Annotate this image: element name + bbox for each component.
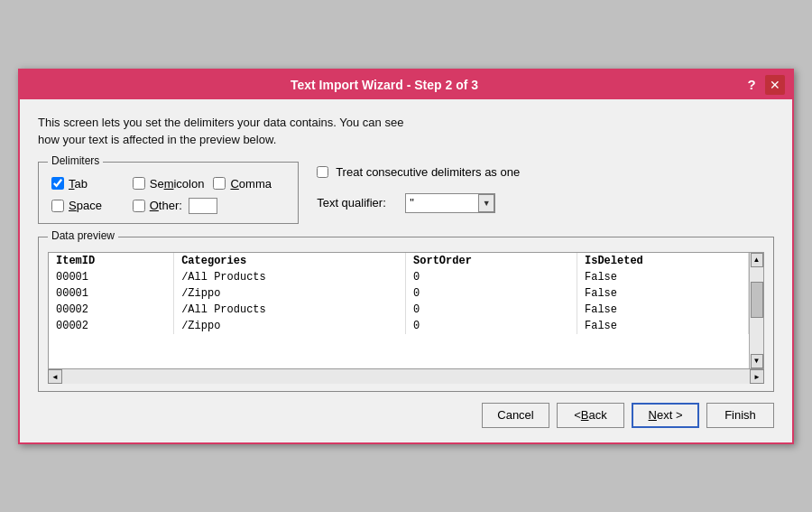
table-cell: False [577, 302, 749, 318]
preview-wrapper: ItemIDCategoriesSortOrderIsDeleted00001/… [48, 245, 764, 384]
finish-button[interactable]: Finish [706, 403, 774, 428]
table-row: 00001/All Products0False [49, 269, 749, 285]
table-cell: ItemID [49, 253, 174, 269]
data-preview-legend: Data preview [48, 229, 118, 242]
table-cell: 00001 [49, 269, 174, 285]
other-label: Other: [150, 199, 182, 212]
text-qualifier-label: Text qualifier: [317, 196, 398, 209]
description-line1: This screen lets you set the delimiters … [38, 114, 774, 132]
back-underline: B [581, 408, 589, 422]
comma-label: Comma [230, 177, 272, 191]
dropdown-arrow-icon[interactable]: ▼ [478, 194, 494, 212]
wizard-window: Text Import Wizard - Step 2 of 3 ? ✕ Thi… [18, 69, 794, 444]
semicolon-label: Semicolon [150, 177, 205, 191]
cancel-button[interactable]: Cancel [482, 403, 549, 428]
right-options: Treat consecutive delimiters as one Text… [317, 162, 774, 224]
text-qualifier-dropdown[interactable]: " ▼ [405, 193, 495, 213]
next-underline: N [649, 408, 657, 422]
table-cell: 0 [406, 318, 577, 334]
buttons-row: Cancel < Back Next > Finish [38, 403, 774, 432]
table-cell: False [577, 269, 749, 285]
title-controls: ? ✕ [742, 75, 785, 95]
table-cell: /All Products [174, 302, 406, 318]
table-cell: /All Products [174, 269, 406, 285]
delimiters-group: Delimiters Tab Semicolon Com [38, 162, 299, 224]
table-cell: 0 [406, 285, 577, 302]
text-qualifier-row: Text qualifier: " ▼ [317, 193, 774, 213]
consecutive-label[interactable]: Treat consecutive delimiters as one [336, 165, 520, 179]
table-row: 00001/Zippo0False [49, 285, 749, 302]
title-bar: Text Import Wizard - Step 2 of 3 ? ✕ [20, 70, 792, 99]
space-checkbox-label[interactable]: Space [51, 198, 124, 214]
scroll-down-arrow[interactable]: ▼ [751, 354, 763, 368]
window-title: Text Import Wizard - Step 2 of 3 [27, 78, 742, 92]
help-button[interactable]: ? [742, 75, 761, 95]
table-cell: IsDeleted [577, 253, 749, 269]
h-scroll-track[interactable] [62, 369, 750, 384]
comma-checkbox[interactable] [213, 177, 226, 190]
next-button[interactable]: Next > [632, 403, 699, 428]
table-cell: 00002 [49, 318, 174, 334]
table-cell: 00001 [49, 285, 174, 302]
scroll-right-arrow[interactable]: ► [750, 369, 764, 384]
comma-checkbox-label[interactable]: Comma [213, 177, 285, 191]
scroll-left-arrow[interactable]: ◄ [48, 369, 62, 384]
tab-checkbox-label[interactable]: Tab [51, 177, 124, 191]
consecutive-row: Treat consecutive delimiters as one [317, 165, 774, 179]
consecutive-checkbox[interactable] [317, 166, 328, 178]
other-checkbox[interactable] [133, 200, 145, 212]
table-row: ItemIDCategoriesSortOrderIsDeleted [49, 253, 749, 269]
h-scrollbar: ◄ ► [48, 369, 764, 384]
table-cell: /Zippo [174, 285, 406, 302]
semicolon-checkbox-label[interactable]: Semicolon [133, 177, 205, 191]
table-cell: False [577, 318, 749, 334]
tab-checkbox[interactable] [51, 177, 64, 190]
description: This screen lets you set the delimiters … [38, 114, 774, 149]
main-section: Delimiters Tab Semicolon Com [38, 162, 774, 224]
data-preview-section: Data preview ItemIDCategoriesSortOrderIs… [38, 237, 774, 392]
table-cell: /Zippo [174, 318, 406, 334]
space-label: Space [69, 199, 102, 212]
other-checkbox-label[interactable]: Other: [133, 198, 285, 214]
table-row: 00002/Zippo0False [49, 318, 749, 334]
window-content: This screen lets you set the delimiters … [20, 99, 792, 442]
text-qualifier-value: " [410, 196, 414, 209]
table-cell: 0 [406, 269, 577, 285]
table-cell: 0 [406, 302, 577, 318]
table-row: 00002/All Products0False [49, 302, 749, 318]
table-cell: SortOrder [406, 253, 577, 269]
scroll-up-arrow[interactable]: ▲ [751, 253, 763, 267]
preview-table: ItemIDCategoriesSortOrderIsDeleted00001/… [49, 253, 749, 334]
delimiters-grid: Tab Semicolon Comma Space [51, 177, 285, 214]
scroll-thumb[interactable] [751, 282, 763, 318]
close-button[interactable]: ✕ [765, 75, 785, 95]
other-input[interactable] [189, 198, 217, 214]
table-cell: 00002 [49, 302, 174, 318]
space-checkbox[interactable] [51, 200, 64, 212]
description-line2: how your text is affected in the preview… [38, 131, 774, 149]
tab-label: Tab [69, 177, 88, 191]
delimiters-legend: Delimiters [48, 154, 103, 167]
table-cell: Categories [174, 253, 406, 269]
back-button[interactable]: < Back [557, 403, 624, 428]
semicolon-checkbox[interactable] [133, 177, 145, 190]
table-cell: False [577, 285, 749, 302]
